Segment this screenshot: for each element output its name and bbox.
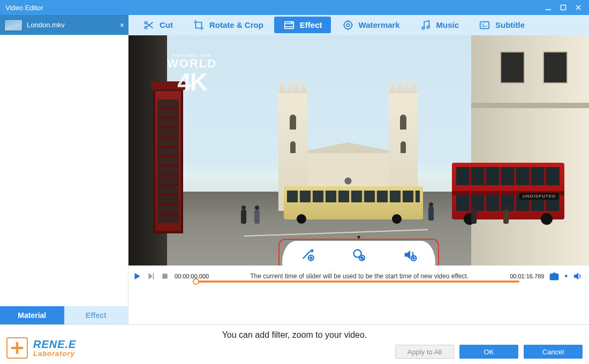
preview-column: UNDISPUTED AROUND THE WORLD 4K ▾ [129,35,589,324]
ok-label: OK [484,348,494,356]
scissors-icon [142,19,155,32]
footer: You can add filter, zoom to your video. … [0,324,589,364]
apply-to-all-label: Apply to All [407,348,442,356]
file-thumbnail [4,19,22,31]
file-close-icon[interactable]: × [120,21,124,29]
ok-button[interactable]: OK [459,345,518,359]
tool-rotate-crop[interactable]: Rotate & Crop [184,17,272,33]
sidebar-tab-material[interactable]: Material [0,306,64,324]
time-current: 00:00:00.000 [175,273,209,279]
svg-rect-35 [162,274,167,278]
brand-line1: RENE.E [33,338,76,351]
cancel-label: Cancel [542,348,564,356]
tool-cut[interactable]: Cut [134,17,182,33]
tool-subtitle-label: Subtitle [495,20,525,29]
sidebar-tab-effect[interactable]: Effect [64,306,129,324]
tool-music-label: Music [436,20,459,29]
timeline-hint: The current time of slider will be used … [213,272,505,280]
toolbar: Cut Rotate & Crop Effect Watermark Music [129,15,589,35]
add-zoom-button[interactable] [349,245,369,265]
sidebar-tab-material-label: Material [18,311,46,320]
svg-rect-34 [153,273,154,279]
tool-music[interactable]: Music [411,17,468,33]
tool-watermark[interactable]: Watermark [333,17,409,33]
effect-tray [282,241,435,266]
tool-rotate-label: Rotate & Crop [209,20,263,29]
watermark-line1: AROUND THE [167,54,217,58]
add-volume-button[interactable] [399,245,420,265]
svg-point-4 [145,21,147,24]
video-preview[interactable]: UNDISPUTED AROUND THE WORLD 4K ▾ [129,35,589,266]
timeline-track[interactable] [196,280,519,283]
sidebar-tabs: Material Effect [0,306,128,324]
svg-point-12 [346,24,350,27]
titlebar: Video Editor [0,0,589,15]
maximize-button[interactable] [556,0,571,15]
tool-effect-label: Effect [300,20,322,29]
tool-watermark-label: Watermark [359,20,400,29]
subtitle-icon [478,19,491,32]
sidebar-content [0,35,128,306]
video-watermark: AROUND THE WORLD 4K [167,54,217,94]
window-title: Video Editor [5,4,43,12]
crop-icon [192,19,205,32]
svg-rect-8 [285,21,294,28]
separator-icon: • [563,271,569,281]
bus-ad-text: UNDISPUTED [519,193,559,200]
brand-line2: Laboratory [33,350,76,358]
timeline-bar: 00:00:00.000 The current time of slider … [129,266,589,287]
svg-point-17 [422,27,424,29]
watermark-icon [342,19,354,32]
filmstrip-sparkle-icon [283,19,296,32]
playback-controls [132,271,170,282]
volume-button[interactable] [572,270,584,282]
footer-message: You can add filter, zoom to your video. [0,330,589,340]
snapshot-button[interactable] [548,270,560,282]
video-canvas: UNDISPUTED AROUND THE WORLD 4K ▾ [129,35,589,266]
apply-to-all-button[interactable]: Apply to All [395,345,454,359]
svg-point-11 [344,21,352,29]
time-duration: 00:01:16.789 [510,273,544,279]
tray-collapse-icon[interactable]: ▾ [357,233,360,241]
brand-logo-icon [6,337,28,359]
sidebar-tab-effect-label: Effect [86,311,107,320]
tool-subtitle[interactable]: Subtitle [470,17,533,33]
svg-rect-1 [561,5,566,10]
tool-effect[interactable]: Effect [274,17,331,33]
tool-cut-label: Cut [160,20,173,29]
music-note-icon [419,19,432,32]
sidebar: Material Effect [0,35,129,324]
stop-button[interactable] [160,271,170,282]
play-button[interactable] [132,271,142,282]
svg-point-37 [553,276,556,278]
open-file-tab[interactable]: London.mkv × [0,15,129,35]
close-button[interactable] [571,0,586,15]
svg-point-18 [427,26,429,28]
file-name: London.mkv [27,21,65,29]
step-button[interactable] [146,271,156,282]
timeline-knob[interactable] [193,278,199,285]
brand: RENE.E Laboratory [6,337,76,359]
minimize-button[interactable] [541,0,556,15]
top-row: London.mkv × Cut Rotate & Crop Effect W [0,15,589,35]
svg-point-5 [145,26,147,28]
main-area: Material Effect [0,35,589,324]
cancel-button[interactable]: Cancel [524,345,583,359]
add-filter-button[interactable] [298,245,318,265]
svg-rect-19 [480,21,489,28]
watermark-line3: 4K [167,70,217,94]
